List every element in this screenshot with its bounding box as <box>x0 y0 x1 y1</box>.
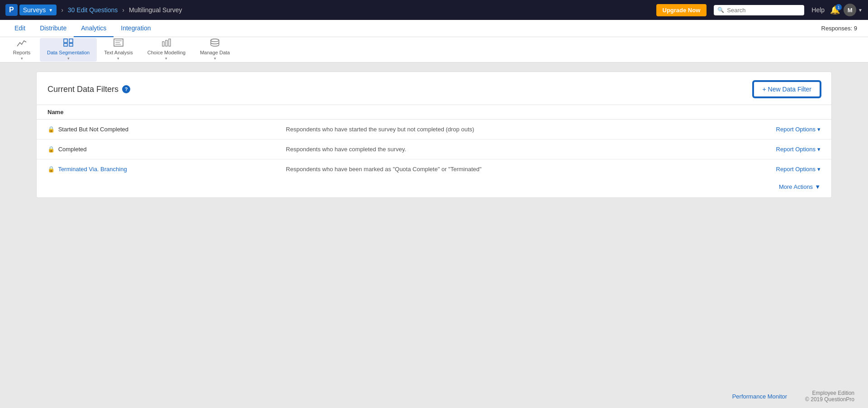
subnav-item-distribute[interactable]: Distribute <box>33 20 74 37</box>
filter-desc-2: Respondents who have completed the surve… <box>286 146 406 153</box>
data-segmentation-icon <box>63 38 73 49</box>
new-data-filter-button[interactable]: + New Data Filter <box>753 81 821 97</box>
reports-caret: ▾ <box>21 56 23 61</box>
lock-icon-3: 🔒 <box>47 166 55 173</box>
subnav-item-edit[interactable]: Edit <box>7 20 33 37</box>
svg-rect-2 <box>64 43 67 46</box>
filter-name-2: Completed <box>58 146 87 153</box>
subnav-item-analytics[interactable]: Analytics <box>74 20 114 37</box>
filters-table: Name 🔒 Started But Not Completed Respond… <box>37 105 831 179</box>
breadcrumb-separator-2: › <box>122 6 124 14</box>
choice-modelling-icon <box>161 38 171 49</box>
report-options-caret-3: ▾ <box>817 166 821 173</box>
filter-row-3-name-cell: 🔒 Terminated Via. Branching <box>37 159 275 179</box>
help-icon[interactable]: ? <box>122 85 130 93</box>
search-box: 🔍 <box>714 5 804 15</box>
report-options-btn-1[interactable]: Report Options ▾ <box>776 126 821 133</box>
report-options-btn-2[interactable]: Report Options ▾ <box>776 146 821 153</box>
filter-desc-3: Respondents who have been marked as "Quo… <box>286 166 482 173</box>
search-icon: 🔍 <box>717 7 724 13</box>
filter-row-2-desc-cell: Respondents who have completed the surve… <box>275 139 712 159</box>
data-segmentation-label: Data Segmentation <box>47 50 90 55</box>
report-options-label-3: Report Options <box>776 166 816 173</box>
card-title-area: Current Data Filters ? <box>47 85 130 94</box>
filter-desc-1: Respondents who have started the survey … <box>286 126 474 133</box>
svg-point-11 <box>211 39 219 42</box>
toolbar: Reports ▾ Data Segmentation ▾ Text Analy… <box>0 37 868 62</box>
sub-nav: Edit Distribute Analytics Integration Re… <box>0 20 868 37</box>
toolbar-data-segmentation[interactable]: Data Segmentation ▾ <box>40 38 97 62</box>
col-desc-header <box>275 105 712 120</box>
more-actions-caret: ▼ <box>815 183 821 190</box>
svg-rect-8 <box>162 42 164 46</box>
upgrade-now-button[interactable]: Upgrade Now <box>656 4 707 16</box>
svg-rect-3 <box>69 43 73 46</box>
responses-count: Responses: 9 <box>821 25 861 32</box>
help-label: Help <box>811 6 825 14</box>
main-content: Current Data Filters ? + New Data Filter… <box>0 62 868 334</box>
svg-rect-9 <box>166 40 167 46</box>
more-actions-button[interactable]: More Actions ▼ <box>779 183 821 190</box>
breadcrumb-separator: › <box>61 6 63 14</box>
breadcrumb-current-survey: Multilingual Survey <box>129 6 182 14</box>
top-bar: P Surveys ▼ › 30 Edit Questions › Multil… <box>0 0 868 20</box>
svg-rect-10 <box>169 39 171 46</box>
notifications-button[interactable]: 🔔 1 <box>830 5 840 15</box>
filter-row-2: 🔒 Completed Respondents who have complet… <box>37 139 831 159</box>
col-name-header: Name <box>37 105 275 120</box>
toolbar-text-analysis[interactable]: Text Analysis ▾ <box>97 38 140 62</box>
filter-row-2-actions-cell: Report Options ▾ <box>712 139 831 159</box>
report-options-label-1: Report Options <box>776 126 816 133</box>
logo: P <box>5 4 18 16</box>
filter-row-3-desc-cell: Respondents who have been marked as "Quo… <box>275 159 712 179</box>
toolbar-choice-modelling[interactable]: Choice Modelling ▾ <box>140 38 193 62</box>
filter-row-3-actions-cell: Report Options ▾ <box>712 159 831 179</box>
col-actions-header <box>712 105 831 120</box>
avatar-button[interactable]: M <box>844 4 856 16</box>
text-analysis-label: Text Analysis <box>104 50 133 55</box>
report-options-caret-1: ▾ <box>817 126 821 133</box>
filter-name-link-3[interactable]: Terminated Via. Branching <box>58 166 127 173</box>
card-title: Current Data Filters <box>47 85 119 94</box>
text-analysis-icon <box>114 38 123 49</box>
report-options-caret-2: ▾ <box>817 146 821 153</box>
lock-icon-1: 🔒 <box>47 126 55 133</box>
data-segmentation-caret: ▾ <box>67 56 70 61</box>
filter-row-1-actions-cell: Report Options ▾ <box>712 120 831 139</box>
svg-rect-0 <box>64 39 67 43</box>
reports-icon <box>17 38 27 49</box>
breadcrumb-edit-questions[interactable]: 30 Edit Questions <box>68 6 118 14</box>
choice-modelling-label: Choice Modelling <box>147 50 185 55</box>
reports-label: Reports <box>13 50 31 55</box>
subnav-item-integration[interactable]: Integration <box>114 20 158 37</box>
choice-modelling-caret: ▾ <box>165 56 167 61</box>
filter-row-1-desc-cell: Respondents who have started the survey … <box>275 120 712 139</box>
notification-badge: 1 <box>835 4 842 10</box>
toolbar-manage-data[interactable]: Manage Data ▾ <box>193 38 237 62</box>
manage-data-icon <box>210 38 220 49</box>
filter-row-2-name-cell: 🔒 Completed <box>37 139 275 159</box>
surveys-caret: ▼ <box>48 8 53 13</box>
filter-row-3: 🔒 Terminated Via. Branching Respondents … <box>37 159 831 179</box>
text-analysis-caret: ▾ <box>117 56 119 61</box>
more-actions-row: More Actions ▼ <box>37 179 831 197</box>
filter-row-1: 🔒 Started But Not Completed Respondents … <box>37 120 831 139</box>
card-header: Current Data Filters ? + New Data Filter <box>37 72 831 105</box>
svg-rect-1 <box>69 39 73 43</box>
report-options-btn-3[interactable]: Report Options ▾ <box>776 166 821 173</box>
avatar-caret[interactable]: ▼ <box>858 8 863 13</box>
filter-name-1: Started But Not Completed <box>58 126 128 133</box>
manage-data-caret: ▾ <box>214 56 216 61</box>
toolbar-reports[interactable]: Reports ▾ <box>4 38 40 62</box>
filters-card: Current Data Filters ? + New Data Filter… <box>36 72 832 198</box>
surveys-label: Surveys <box>23 6 46 14</box>
search-input[interactable] <box>727 7 801 14</box>
manage-data-label: Manage Data <box>200 50 230 55</box>
filter-row-1-name-cell: 🔒 Started But Not Completed <box>37 120 275 139</box>
lock-icon-2: 🔒 <box>47 146 55 153</box>
surveys-dropdown[interactable]: Surveys ▼ <box>19 5 57 15</box>
more-actions-label: More Actions <box>779 183 813 190</box>
report-options-label-2: Report Options <box>776 146 816 153</box>
